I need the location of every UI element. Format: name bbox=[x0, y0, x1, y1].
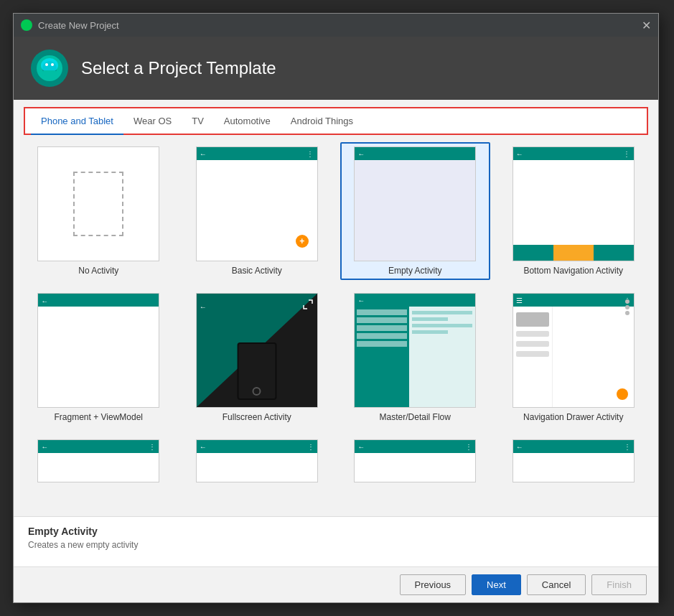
template-empty-activity[interactable]: ← Empty Activity bbox=[340, 142, 490, 280]
nav-dot-2 bbox=[625, 305, 629, 309]
title-bar: Create New Project ✕ bbox=[14, 14, 658, 37]
close-icon[interactable]: ✕ bbox=[642, 19, 651, 32]
tab-automotive[interactable]: Automotive bbox=[214, 108, 281, 135]
master-back-icon: ← bbox=[357, 297, 365, 304]
detail-line-2 bbox=[412, 317, 449, 321]
nav-drawer-sidebar bbox=[513, 307, 553, 407]
thumb-navigation-drawer: ☰ ⋮ bbox=[512, 293, 635, 408]
fragment-topbar: ← bbox=[38, 294, 159, 307]
button-row: Previous Next Cancel Finish bbox=[14, 566, 658, 602]
fullscreen-expand-icon bbox=[303, 299, 313, 312]
partial-dots-3: ⋮ bbox=[465, 443, 472, 451]
partial-row: ← ⋮ ← ⋮ ← bbox=[24, 435, 648, 487]
template-bottom-navigation[interactable]: ← ⋮ Bottom Navigation Activity bbox=[499, 142, 649, 280]
master-row-2 bbox=[357, 317, 407, 323]
previous-button[interactable]: Previous bbox=[400, 574, 467, 595]
empty-topbar: ← bbox=[355, 147, 475, 160]
template-fullscreen-activity[interactable]: ← Fullscreen Activity bbox=[182, 289, 332, 426]
nav-dots-area bbox=[625, 299, 629, 315]
fullscreen-phone-outline bbox=[237, 342, 276, 400]
svg-point-5 bbox=[51, 63, 54, 66]
dialog-header: Select a Project Template bbox=[14, 37, 658, 100]
template-no-activity[interactable]: No Activity bbox=[24, 142, 174, 280]
master-row-1 bbox=[357, 309, 407, 315]
partial-thumb-3: ← ⋮ bbox=[354, 439, 476, 482]
tab-android-things[interactable]: Android Things bbox=[281, 108, 363, 135]
master-row-5 bbox=[357, 341, 407, 347]
partial-back-1: ← bbox=[41, 443, 48, 451]
template-label-fullscreen: Fullscreen Activity bbox=[223, 412, 291, 422]
templates-area[interactable]: No Activity ← ⋮ + Basic Activity bbox=[14, 135, 658, 516]
thumb-master-detail: ← bbox=[354, 293, 476, 408]
nav-drawer-topbar: ☰ ⋮ bbox=[513, 294, 634, 307]
partial-back-4: ← bbox=[516, 443, 523, 451]
templates-grid: No Activity ← ⋮ + Basic Activity bbox=[24, 142, 648, 426]
finish-button[interactable]: Finish bbox=[591, 574, 647, 595]
template-master-detail[interactable]: ← bbox=[340, 289, 490, 426]
android-studio-logo bbox=[31, 50, 68, 87]
nav-seg-1 bbox=[513, 245, 553, 261]
fullscreen-bg: ← bbox=[197, 294, 317, 407]
master-topbar: ← bbox=[355, 294, 475, 307]
template-partial-1[interactable]: ← ⋮ bbox=[24, 435, 174, 487]
template-label-bottom-nav: Bottom Navigation Activity bbox=[523, 266, 623, 276]
nav-seg-2 bbox=[553, 245, 594, 261]
no-activity-dashed-rect bbox=[73, 172, 123, 236]
nav-seg-3 bbox=[594, 245, 634, 261]
template-partial-2[interactable]: ← ⋮ bbox=[182, 435, 332, 487]
tab-wear-os[interactable]: Wear OS bbox=[123, 108, 182, 135]
menu-dots-icon: ⋮ bbox=[306, 150, 314, 158]
tabs: Phone and Tablet Wear OS TV Automotive A… bbox=[25, 108, 647, 134]
back-arrow-icon: ← bbox=[357, 150, 365, 158]
partial-topbar-4: ← ⋮ bbox=[513, 440, 634, 453]
frag-back-icon: ← bbox=[38, 297, 48, 305]
partial-topbar-2: ← ⋮ bbox=[197, 440, 317, 453]
phone-home-button bbox=[253, 387, 261, 396]
partial-dots-1: ⋮ bbox=[149, 443, 156, 451]
template-label-basic: Basic Activity bbox=[232, 266, 282, 276]
nav-drawer-menu-icon: ☰ bbox=[516, 297, 523, 304]
dialog-title: Select a Project Template bbox=[81, 58, 276, 78]
template-label-empty: Empty Activity bbox=[388, 266, 442, 276]
basic-fab: + bbox=[296, 235, 309, 248]
partial-thumb-2: ← ⋮ bbox=[196, 439, 318, 482]
menu-dots-icon: ⋮ bbox=[623, 150, 631, 158]
partial-thumb-4: ← ⋮ bbox=[512, 439, 635, 482]
master-row-4 bbox=[357, 333, 407, 339]
thumb-no-activity bbox=[37, 146, 159, 261]
template-fragment-viewmodel[interactable]: ← Fragment + ViewModel bbox=[24, 289, 174, 426]
description-text: Creates a new empty activity bbox=[28, 540, 644, 550]
tabs-container: Phone and Tablet Wear OS TV Automotive A… bbox=[24, 107, 648, 135]
nav-dot-1 bbox=[625, 299, 629, 304]
template-label-no-activity: No Activity bbox=[78, 266, 118, 276]
detail-line-3 bbox=[412, 324, 472, 327]
partial-thumb-1: ← ⋮ bbox=[37, 439, 159, 482]
next-button[interactable]: Next bbox=[472, 574, 521, 595]
tab-phone-tablet[interactable]: Phone and Tablet bbox=[31, 108, 123, 135]
nav-row-3 bbox=[516, 351, 549, 357]
title-bar-text: Create New Project bbox=[38, 20, 119, 31]
dialog-content: Phone and Tablet Wear OS TV Automotive A… bbox=[14, 100, 658, 602]
partial-back-2: ← bbox=[200, 443, 207, 451]
template-partial-4[interactable]: ← ⋮ bbox=[499, 435, 649, 487]
master-detail-left bbox=[355, 307, 409, 407]
back-arrow-icon: ← bbox=[516, 150, 523, 158]
nav-dot-3 bbox=[625, 311, 629, 315]
tab-tv[interactable]: TV bbox=[182, 108, 214, 135]
partial-dots-4: ⋮ bbox=[624, 443, 631, 451]
bottom-nav-topbar: ← ⋮ bbox=[513, 147, 634, 160]
partial-back-3: ← bbox=[357, 443, 365, 451]
thumb-bottom-navigation: ← ⋮ bbox=[512, 146, 635, 261]
nav-fab-bottom bbox=[617, 388, 628, 400]
template-basic-activity[interactable]: ← ⋮ + Basic Activity bbox=[182, 142, 332, 280]
nav-avatar-area bbox=[516, 312, 549, 327]
cancel-button[interactable]: Cancel bbox=[527, 574, 586, 595]
template-partial-3[interactable]: ← ⋮ bbox=[340, 435, 490, 487]
master-row-3 bbox=[357, 325, 407, 331]
bottom-nav-bar bbox=[513, 245, 634, 261]
back-arrow-icon: ← bbox=[200, 150, 207, 158]
detail-line-4 bbox=[412, 330, 449, 334]
template-navigation-drawer[interactable]: ☰ ⋮ bbox=[499, 289, 649, 426]
template-label-nav-drawer: Navigation Drawer Activity bbox=[523, 412, 623, 422]
template-label-fragment: Fragment + ViewModel bbox=[54, 412, 143, 422]
